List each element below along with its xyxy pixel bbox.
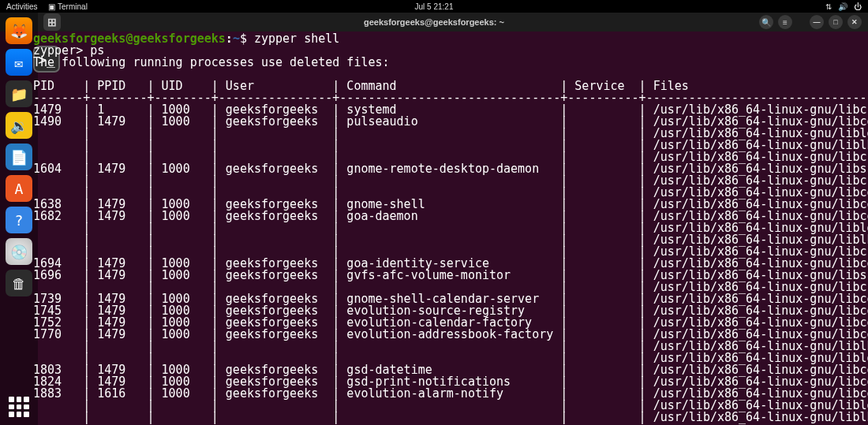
activities-button[interactable]: Activities <box>6 2 37 11</box>
search-icon[interactable]: 🔍 <box>759 15 773 29</box>
minimize-button[interactable]: — <box>810 15 824 29</box>
dock-app-trash[interactable]: 🗑 <box>6 270 32 296</box>
terminal-app-menu[interactable]: ▣ Terminal <box>48 2 87 11</box>
clock[interactable]: Jul 5 21:21 <box>415 2 454 11</box>
dock-app-libreoffice[interactable]: 📄 <box>6 144 32 170</box>
ubuntu-dock: 🦊✉📁🔉📄A?>_💿🗑 <box>0 13 38 425</box>
network-icon[interactable]: ⇅ <box>825 2 832 11</box>
maximize-button[interactable]: □ <box>829 15 843 29</box>
gnome-topbar: Activities ▣ Terminal Jul 5 21:21 ⇅ 🔊 ⏻ <box>0 0 868 13</box>
dock-app-thunderbird[interactable]: ✉ <box>6 49 32 76</box>
dock-app-rhythmbox[interactable]: 🔉 <box>6 112 32 139</box>
power-icon[interactable]: ⏻ <box>854 2 862 11</box>
show-applications-button[interactable] <box>6 393 32 420</box>
close-button[interactable]: ✕ <box>847 15 862 29</box>
terminal-content[interactable]: geeksforgeeks@geeksforgeeks:~$ zypper sh… <box>33 33 868 425</box>
window-title: geeksforgeeks@geeksforgeeks: ~ <box>364 17 504 27</box>
dock-app-disk[interactable]: 💿 <box>6 238 32 265</box>
volume-icon[interactable]: 🔊 <box>838 2 847 11</box>
dock-app-software[interactable]: A <box>6 175 32 202</box>
terminal-titlebar: ⊞ geeksforgeeks@geeksforgeeks: ~ 🔍 ≡ — □… <box>0 13 868 32</box>
new-tab-button[interactable]: ⊞ <box>43 13 61 31</box>
dock-app-help[interactable]: ? <box>6 207 32 233</box>
dock-app-firefox[interactable]: 🦊 <box>6 17 32 44</box>
hamburger-icon[interactable]: ≡ <box>778 15 792 29</box>
dock-app-files[interactable]: 📁 <box>6 80 32 107</box>
